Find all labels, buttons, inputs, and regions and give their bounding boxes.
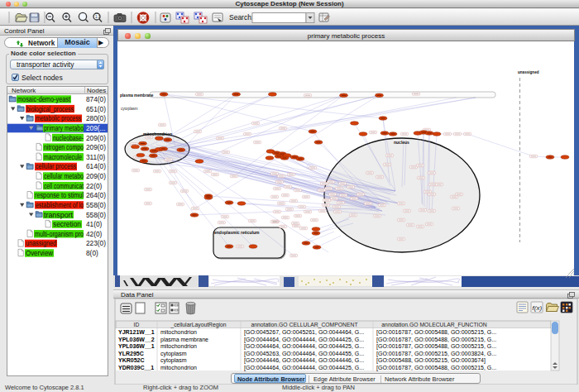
svg-text:Overview: Overview — [26, 249, 54, 257]
svg-text:cell communicat: cell communicat — [44, 181, 84, 189]
svg-text:primary metabo: primary metabo — [44, 123, 84, 131]
svg-text:874(0): 874(0) — [86, 95, 106, 103]
svg-text:unassigned: unassigned — [518, 70, 539, 74]
svg-text:cytoplasm: cytoplasm — [160, 357, 187, 364]
svg-text:ID: ID — [134, 322, 140, 327]
svg-text:41(0): 41(0) — [86, 220, 103, 228]
svg-text:macromolecule: macromolecule — [44, 152, 82, 160]
svg-text:cellular metabo: cellular metabo — [44, 172, 84, 180]
svg-text:mitochondrion: mitochondrion — [160, 329, 197, 335]
svg-text:[GO:0016787, GO:0005488, GO:00: [GO:0016787, GO:0005488, GO:0005215, G..… — [376, 343, 496, 350]
svg-text:558(0): 558(0) — [86, 210, 106, 218]
svg-text:mitochondrion: mitochondrion — [160, 343, 197, 349]
svg-text:unassigned: unassigned — [26, 239, 56, 247]
svg-text:mitochondrion: mitochondrion — [160, 365, 197, 370]
svg-text:[GO:0045267, GO:0045261, GO:00: [GO:0045267, GO:0045261, GO:0044464, G..… — [244, 329, 364, 336]
svg-text:8(0): 8(0) — [86, 249, 98, 257]
svg-text:nitrogen compo: nitrogen compo — [44, 143, 84, 151]
svg-text:nucleus: nucleus — [394, 140, 409, 145]
svg-text:209(...: 209(... — [86, 123, 106, 131]
svg-text:nucleobase-: nucleobase- — [53, 133, 84, 141]
svg-text:mitochondrion: mitochondrion — [143, 131, 172, 136]
svg-text:establishment of lo: establishment of lo — [36, 200, 84, 208]
svg-text:YDR039C__1: YDR039C__1 — [118, 365, 154, 370]
svg-text:f(x): f(x) — [533, 304, 543, 312]
svg-text:209(0): 209(0) — [86, 143, 106, 151]
svg-text:transport: transport — [44, 210, 74, 218]
svg-text:annotation.GO CELLULAR_COMPONE: annotation.GO CELLULAR_COMPONENT — [251, 322, 357, 328]
svg-text:annotation.GO MOLECULAR_FUNCTI: annotation.GO MOLECULAR_FUNCTION — [381, 322, 486, 328]
svg-text:plasma membrane: plasma membrane — [120, 93, 154, 98]
svg-text:[GO:0016787, GO:0005215, GO:00: [GO:0016787, GO:0005215, GO:0003824, G..… — [376, 351, 496, 357]
svg-text:209(0): 209(0) — [86, 133, 106, 141]
svg-text:cellular process: cellular process — [36, 162, 76, 170]
svg-text:cytoplasm: cytoplasm — [160, 351, 187, 357]
svg-text:264(0): 264(0) — [86, 191, 106, 199]
svg-text:_cellularLayoutRegion: _cellularLayoutRegion — [170, 322, 226, 328]
svg-text:secretion: secretion — [53, 220, 81, 228]
svg-text:plasma membrane: plasma membrane — [160, 337, 208, 343]
svg-text:[GO:0044446, GO:0044444, GO:00: [GO:0044446, GO:0044444, GO:0044446, G..… — [244, 357, 364, 364]
svg-text:[GO:0045263, GO:0044464, GO:00: [GO:0045263, GO:0044464, GO:0044455, G..… — [244, 351, 364, 357]
svg-text:endoplasmic reticulum: endoplasmic reticulum — [214, 230, 260, 235]
svg-text:YPL036W__2: YPL036W__2 — [118, 337, 155, 342]
svg-text:[GO:0016787, GO:0005488, GO:00: [GO:0016787, GO:0005488, GO:0005215, G..… — [376, 337, 496, 343]
svg-text:multi-organism pro: multi-organism pro — [35, 229, 84, 237]
svg-text:1:1: 1:1 — [95, 15, 101, 19]
svg-text:metabolic process: metabolic process — [36, 114, 81, 122]
svg-text:mosaic-demo-yeast: mosaic-demo-yeast — [17, 95, 71, 103]
svg-text:biological_process: biological_process — [26, 104, 74, 112]
svg-text:Search:: Search: — [229, 13, 253, 22]
svg-text:[GO:0044464, GO:0044444, GO:00: [GO:0044464, GO:0044444, GO:0044425, G..… — [244, 365, 364, 371]
svg-text:[GO:0044464, GO:0044444, GO:00: [GO:0044464, GO:0044444, GO:0044425, G..… — [244, 343, 364, 350]
svg-text:[GO:0016787, GO:0005488, GO:00: [GO:0016787, GO:0005488, GO:0005215, G..… — [376, 329, 496, 336]
svg-text:651(0): 651(0) — [86, 104, 106, 112]
svg-text:response to stimul: response to stimul — [35, 191, 84, 199]
svg-text:YPL036W__1: YPL036W__1 — [118, 343, 155, 349]
svg-text:[GO:0044464, GO:0044444, GO:00: [GO:0044464, GO:0044444, GO:0044425, G..… — [244, 337, 364, 343]
svg-text:42(0): 42(0) — [86, 229, 103, 237]
svg-text:209(0): 209(0) — [86, 172, 106, 180]
svg-text:223(0): 223(0) — [86, 239, 106, 247]
svg-text:YJR121W__1: YJR121W__1 — [118, 329, 155, 335]
svg-text:614(0): 614(0) — [86, 162, 106, 170]
svg-text:[GO:0005488, GO:0005215, GO:00: [GO:0005488, GO:0005215, GO:0003674] — [376, 357, 486, 364]
svg-text:YKR052C: YKR052C — [118, 357, 145, 363]
svg-text:cytoplasm: cytoplasm — [121, 107, 138, 111]
svg-text:558(0): 558(0) — [86, 200, 106, 208]
svg-text:280(0): 280(0) — [86, 114, 106, 122]
svg-text:YLR295C: YLR295C — [118, 351, 144, 356]
svg-text:[GO:0016787, GO:0005488, GO:00: [GO:0016787, GO:0005488, GO:0005215, G..… — [376, 365, 496, 371]
svg-text:22(0): 22(0) — [86, 181, 103, 189]
svg-text:311(0): 311(0) — [86, 152, 106, 160]
